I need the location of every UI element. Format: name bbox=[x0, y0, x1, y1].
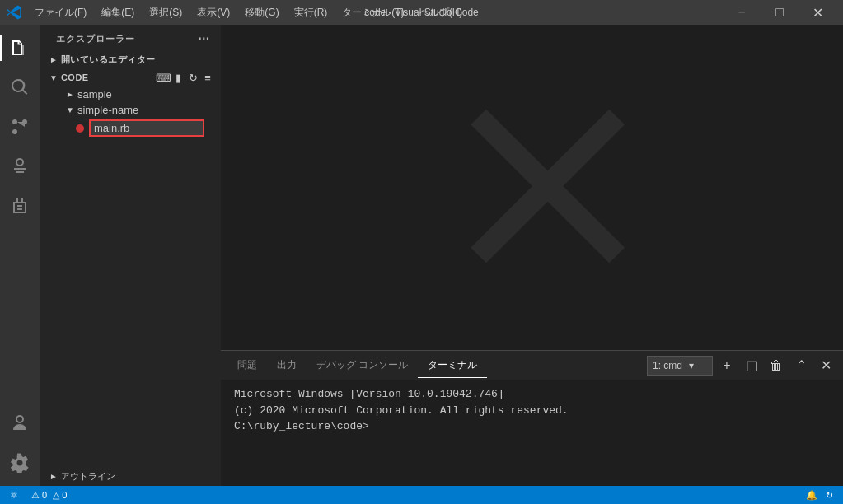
refresh-icon[interactable]: ↻ bbox=[186, 71, 199, 84]
activity-account-button[interactable] bbox=[0, 404, 40, 443]
terminal-selector[interactable]: 1: cmd ▾ bbox=[647, 356, 713, 376]
new-terminal-button[interactable]: + bbox=[716, 355, 738, 376]
terminal-line-4: C:\ruby_lecture\code> bbox=[234, 418, 830, 435]
ruby-file-icon bbox=[76, 124, 84, 133]
close-button[interactable]: ✕ bbox=[799, 0, 836, 25]
sidebar: エクスプローラー ⋯ ► 開いているエディター ▼ CODE ⌨ ▮ ↻ ≡ bbox=[40, 25, 221, 486]
status-remote[interactable]: ⚛ bbox=[7, 490, 21, 501]
sidebar-header-icons: ⋯ bbox=[196, 31, 211, 46]
terminal-line-2: (c) 2020 Microsoft Corporation. All righ… bbox=[234, 403, 830, 419]
status-sync[interactable]: ↻ bbox=[822, 490, 836, 501]
tab-problems[interactable]: 問題 bbox=[227, 353, 267, 378]
new-file-icon[interactable]: ⌨ bbox=[157, 71, 170, 84]
source-control-icon bbox=[10, 117, 30, 137]
chevron-right-icon: ► bbox=[49, 472, 58, 481]
tab-debug-console[interactable]: デバッグ コンソール bbox=[307, 353, 418, 378]
simple-name-label: simple-name bbox=[77, 104, 138, 116]
svg-point-2 bbox=[12, 119, 17, 124]
chevron-down-icon: ▼ bbox=[49, 73, 58, 82]
explorer-title: エクスプローラー bbox=[56, 33, 135, 45]
editor-area: 問題 出力 デバッグ コンソール ターミナル 1: cmd ▾ + ◫ 🗑 ⌃ … bbox=[221, 25, 843, 486]
debug-icon bbox=[10, 156, 30, 176]
open-editors-header[interactable]: ► 開いているエディター bbox=[40, 51, 221, 68]
open-editors-section: ► 開いているエディター bbox=[40, 51, 221, 68]
code-section: ▼ CODE ⌨ ▮ ↻ ≡ ► sample ▼ simple-name bbox=[40, 68, 221, 138]
restore-button[interactable]: □ bbox=[761, 0, 799, 25]
menu-file[interactable]: ファイル(F) bbox=[28, 4, 93, 21]
code-section-icons: ⌨ ▮ ↻ ≡ bbox=[157, 71, 214, 84]
activity-extensions-button[interactable] bbox=[0, 186, 40, 226]
activity-source-control-button[interactable] bbox=[0, 107, 40, 147]
panel-tabs: 問題 出力 デバッグ コンソール ターミナル 1: cmd ▾ + ◫ 🗑 ⌃ … bbox=[221, 351, 843, 380]
tree-item-simple-name[interactable]: ▼ simple-name bbox=[40, 102, 221, 118]
outline-section: ► アウトライン bbox=[40, 467, 221, 486]
collapse-icon[interactable]: ≡ bbox=[201, 71, 214, 84]
status-bar-left: ⚛ ⚠ 0 △ 0 bbox=[7, 490, 70, 501]
tree-item-main-rb bbox=[40, 118, 221, 138]
vscode-logo-icon bbox=[7, 5, 21, 20]
code-section-header[interactable]: ▼ CODE ⌨ ▮ ↻ ≡ bbox=[40, 68, 221, 86]
notification-icon: 🔔 bbox=[806, 490, 817, 501]
activity-search-button[interactable] bbox=[0, 68, 40, 107]
tab-terminal[interactable]: ターミナル bbox=[418, 353, 487, 378]
terminal-line-1: Microsoft Windows [Version 10.0.19042.74… bbox=[234, 386, 830, 403]
terminal-content[interactable]: Microsoft Windows [Version 10.0.19042.74… bbox=[221, 380, 843, 486]
sidebar-footer bbox=[40, 138, 221, 467]
terminal-selector-label: 1: cmd bbox=[653, 360, 682, 371]
vscode-watermark bbox=[417, 71, 648, 304]
sample-label: sample bbox=[77, 88, 112, 100]
activity-debug-button[interactable] bbox=[0, 147, 40, 186]
menu-selection[interactable]: 選択(S) bbox=[143, 4, 189, 21]
menu-go[interactable]: 移動(G) bbox=[238, 4, 285, 21]
dropdown-arrow-icon: ▾ bbox=[689, 360, 694, 371]
remote-icon: ⚛ bbox=[10, 490, 18, 501]
panel-tab-controls: 1: cmd ▾ + ◫ 🗑 ⌃ ✕ bbox=[647, 355, 836, 376]
chevron-down-icon: ▼ bbox=[66, 105, 74, 114]
main-layout: エクスプローラー ⋯ ► 開いているエディター ▼ CODE ⌨ ▮ ↻ ≡ bbox=[0, 25, 843, 486]
minimize-button[interactable]: − bbox=[723, 0, 761, 25]
panel-chevron-up-icon[interactable]: ⌃ bbox=[790, 355, 812, 376]
sidebar-header: エクスプローラー ⋯ bbox=[40, 25, 221, 51]
settings-gear-icon bbox=[10, 453, 30, 473]
new-file-icon[interactable]: ⋯ bbox=[196, 31, 211, 46]
menu-edit[interactable]: 編集(E) bbox=[95, 4, 141, 21]
activity-settings-button[interactable] bbox=[0, 443, 40, 483]
error-count: 0 bbox=[42, 490, 47, 500]
warning-count: 0 bbox=[62, 490, 67, 500]
search-icon bbox=[10, 77, 30, 97]
status-errors[interactable]: ⚠ 0 △ 0 bbox=[28, 490, 70, 501]
status-bar: ⚛ ⚠ 0 △ 0 🔔 ↻ bbox=[0, 486, 843, 504]
window-controls: − □ ✕ bbox=[723, 0, 836, 25]
tree-item-sample[interactable]: ► sample bbox=[40, 86, 221, 102]
menu-view[interactable]: 表示(V) bbox=[190, 4, 237, 21]
title-bar: ファイル(F) 編集(E) 選択(S) 表示(V) 移動(G) 実行(R) ター… bbox=[0, 0, 843, 25]
activity-bar bbox=[0, 25, 40, 486]
account-icon bbox=[10, 413, 30, 433]
extensions-icon bbox=[10, 196, 30, 216]
menu-run[interactable]: 実行(R) bbox=[288, 4, 335, 21]
outline-header[interactable]: ► アウトライン bbox=[40, 467, 221, 486]
split-terminal-button[interactable]: ◫ bbox=[741, 355, 762, 376]
trash-button[interactable]: 🗑 bbox=[766, 355, 787, 376]
window-title: code - Visual Studio Code bbox=[364, 7, 479, 18]
tab-output[interactable]: 出力 bbox=[267, 353, 307, 378]
new-folder-icon[interactable]: ▮ bbox=[171, 71, 185, 84]
outline-label: アウトライン bbox=[61, 470, 115, 483]
activity-bar-bottom bbox=[0, 404, 40, 486]
activity-explorer-button[interactable] bbox=[0, 28, 40, 68]
svg-point-0 bbox=[12, 129, 17, 134]
chevron-right-icon: ► bbox=[49, 55, 58, 64]
code-section-label: CODE bbox=[61, 72, 153, 82]
sync-icon: ↻ bbox=[826, 490, 833, 501]
open-editors-label: 開いているエディター bbox=[61, 54, 214, 66]
rename-input[interactable] bbox=[89, 119, 204, 137]
panel-close-button[interactable]: ✕ bbox=[815, 355, 836, 376]
status-bar-right: 🔔 ↻ bbox=[803, 490, 836, 501]
error-icon: ⚠ bbox=[31, 490, 40, 501]
chevron-right-icon: ► bbox=[66, 90, 74, 99]
editor-main bbox=[221, 25, 843, 350]
files-icon bbox=[10, 38, 30, 58]
warning-icon: △ bbox=[53, 490, 59, 501]
status-notification[interactable]: 🔔 bbox=[803, 490, 821, 501]
panel: 問題 出力 デバッグ コンソール ターミナル 1: cmd ▾ + ◫ 🗑 ⌃ … bbox=[221, 350, 843, 486]
